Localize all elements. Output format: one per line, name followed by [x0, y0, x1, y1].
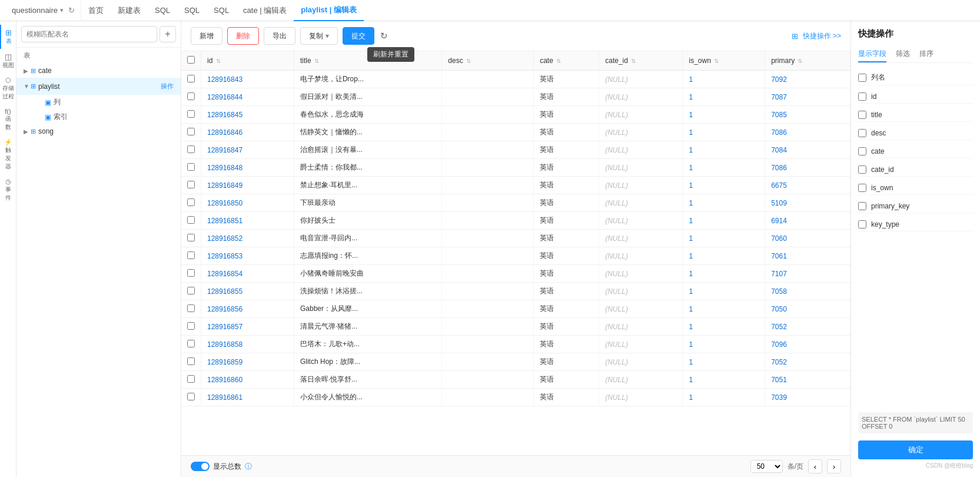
cell-is-own[interactable]: 1: [683, 318, 765, 336]
row-checkbox[interactable]: [187, 234, 195, 241]
cell-is-own[interactable]: 1: [683, 212, 765, 230]
cell-title[interactable]: 春色似水，思念成海: [294, 106, 441, 124]
cell-title[interactable]: 落日余晖·悦享舒...: [294, 371, 441, 389]
cell-primary[interactable]: 7039: [765, 389, 851, 406]
cell-cate-id[interactable]: (NULL): [599, 283, 683, 300]
cell-desc[interactable]: [442, 177, 534, 194]
header-cate-id[interactable]: cate_id ⇅: [599, 51, 683, 71]
confirm-button[interactable]: 确定: [858, 440, 973, 459]
cell-id[interactable]: 128916850: [201, 194, 294, 212]
cell-title[interactable]: 巴塔木：儿歌+动...: [294, 336, 441, 353]
cell-cate[interactable]: 英语: [534, 353, 599, 371]
cell-id[interactable]: 128916861: [201, 389, 294, 406]
cell-primary[interactable]: 7086: [765, 124, 851, 141]
row-checkbox-cell[interactable]: [181, 194, 201, 212]
cell-id[interactable]: 128916847: [201, 141, 294, 159]
cell-cate-id[interactable]: (NULL): [599, 230, 683, 247]
cell-title[interactable]: 电音宣泄·寻回内...: [294, 230, 441, 247]
nav-item-playlist---编辑表[interactable]: playlist | 编辑表: [294, 0, 364, 21]
row-checkbox[interactable]: [187, 287, 195, 294]
cell-is-own[interactable]: 1: [683, 265, 765, 283]
row-checkbox[interactable]: [187, 128, 195, 135]
export-button[interactable]: 导出: [264, 27, 295, 45]
cell-primary[interactable]: 7092: [765, 71, 851, 88]
cell-primary[interactable]: 7052: [765, 318, 851, 336]
cell-title[interactable]: 禁止想象·耳机里...: [294, 177, 441, 194]
cell-is-own[interactable]: 1: [683, 336, 765, 353]
cell-primary[interactable]: 7087: [765, 88, 851, 106]
cell-title[interactable]: 你好披头士: [294, 212, 441, 230]
cell-cate[interactable]: 英语: [534, 371, 599, 389]
table-row[interactable]: 128916852 电音宣泄·寻回内... 英语 (NULL) 1 7060: [181, 230, 851, 247]
tab-sort[interactable]: 排序: [919, 47, 934, 62]
sidebar-item-cate[interactable]: ▶ ⊞ cate: [16, 64, 181, 78]
nav-item-cate---编辑表[interactable]: cate | 编辑表: [236, 0, 294, 21]
nav-item-首页[interactable]: 首页: [81, 0, 111, 21]
cell-title[interactable]: 清晨元气弹·猪猪...: [294, 318, 441, 336]
cell-cate-id[interactable]: (NULL): [599, 300, 683, 318]
cell-is-own[interactable]: 1: [683, 371, 765, 389]
row-checkbox[interactable]: [187, 304, 195, 312]
cell-desc[interactable]: [442, 194, 534, 212]
left-icon-table[interactable]: ⊞ 表: [0, 25, 16, 49]
header-id[interactable]: id ⇅: [201, 51, 294, 71]
field-item-desc[interactable]: desc: [858, 127, 973, 140]
nav-item-SQL[interactable]: SQL: [148, 0, 177, 21]
cell-primary[interactable]: 7050: [765, 300, 851, 318]
cell-primary[interactable]: 6914: [765, 212, 851, 230]
row-checkbox-cell[interactable]: [181, 336, 201, 353]
tab-filter[interactable]: 筛选: [896, 47, 910, 62]
app-dropdown-icon[interactable]: ▾: [60, 6, 64, 14]
cell-primary[interactable]: 7107: [765, 265, 851, 283]
cell-cate-id[interactable]: (NULL): [599, 159, 683, 177]
cell-desc[interactable]: [442, 389, 534, 406]
cell-desc[interactable]: [442, 159, 534, 177]
cell-primary[interactable]: 7086: [765, 159, 851, 177]
cell-desc[interactable]: [442, 318, 534, 336]
cell-primary[interactable]: 7061: [765, 247, 851, 265]
cell-title[interactable]: 志愿填报ing：怀...: [294, 247, 441, 265]
cell-primary[interactable]: 7085: [765, 106, 851, 124]
row-checkbox-cell[interactable]: [181, 300, 201, 318]
cell-cate-id[interactable]: (NULL): [599, 177, 683, 194]
field-checkbox-desc[interactable]: [858, 129, 866, 137]
row-checkbox-cell[interactable]: [181, 265, 201, 283]
cell-id[interactable]: 128916858: [201, 336, 294, 353]
cell-id[interactable]: 128916852: [201, 230, 294, 247]
cell-title[interactable]: Glitch Hop：故障...: [294, 353, 441, 371]
field-item-is_own[interactable]: is_own: [858, 181, 973, 195]
field-item-id[interactable]: id: [858, 90, 973, 104]
cell-desc[interactable]: [442, 300, 534, 318]
add-table-button[interactable]: +: [160, 26, 176, 42]
cell-id[interactable]: 128916857: [201, 318, 294, 336]
field-checkbox-cate_id[interactable]: [858, 165, 866, 174]
field-item-cate_id[interactable]: cate_id: [858, 163, 973, 177]
cell-cate[interactable]: 英语: [534, 265, 599, 283]
cell-id[interactable]: 128916856: [201, 300, 294, 318]
cell-desc[interactable]: [442, 247, 534, 265]
sidebar-item-playlist[interactable]: ▼ ⊞ playlist 操作: [16, 78, 181, 95]
row-checkbox[interactable]: [187, 198, 195, 206]
sidebar-item-index[interactable]: ▣ 索引: [28, 110, 181, 124]
new-button[interactable]: 新增: [191, 27, 222, 45]
quick-ops-link[interactable]: ⊞ 快捷操作 >>: [792, 31, 841, 41]
field-checkbox-cate[interactable]: [858, 147, 866, 155]
row-checkbox-cell[interactable]: [181, 353, 201, 371]
cell-id[interactable]: 128916848: [201, 159, 294, 177]
row-checkbox[interactable]: [187, 110, 195, 118]
field-checkbox-列名[interactable]: [858, 74, 866, 82]
table-row[interactable]: 128916856 Gabber：从风靡... 英语 (NULL) 1 7050: [181, 300, 851, 318]
header-desc[interactable]: desc ⇅: [442, 51, 534, 71]
cell-is-own[interactable]: 1: [683, 141, 765, 159]
row-checkbox-cell[interactable]: [181, 106, 201, 124]
row-checkbox[interactable]: [187, 75, 195, 82]
app-refresh-icon[interactable]: ↻: [68, 6, 75, 15]
cell-is-own[interactable]: 1: [683, 106, 765, 124]
cell-cate-id[interactable]: (NULL): [599, 212, 683, 230]
cell-desc[interactable]: [442, 212, 534, 230]
cell-cate[interactable]: 英语: [534, 124, 599, 141]
cell-title[interactable]: 洗操烦恼！沐浴搓...: [294, 283, 441, 300]
cell-cate[interactable]: 英语: [534, 194, 599, 212]
table-row[interactable]: 128916851 你好披头士 英语 (NULL) 1 6914: [181, 212, 851, 230]
row-checkbox[interactable]: [187, 269, 195, 277]
